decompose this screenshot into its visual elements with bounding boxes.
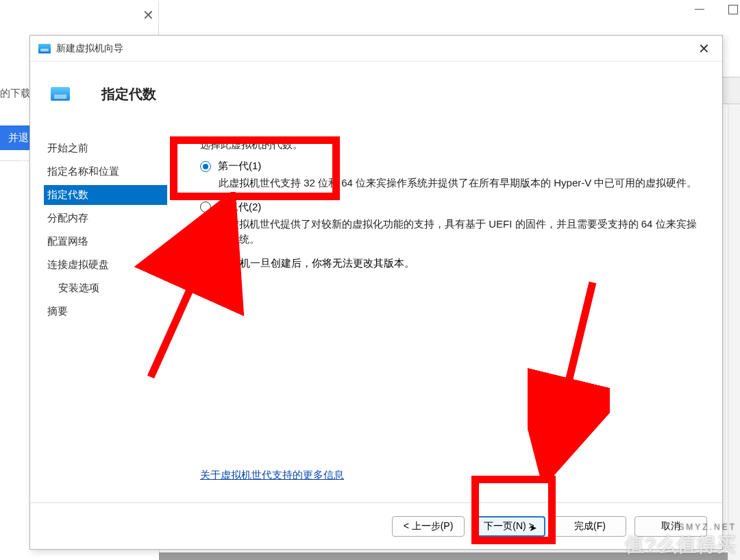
radio-gen1-desc: 此虚拟机世代支持 32 位和 64 位来宾操作系统并提供了在所有早期版本的 Hy… — [219, 175, 702, 191]
instruction-text: 选择此虚拟机的代数。 — [200, 138, 702, 151]
bg-download-label: 的下载 — [0, 87, 31, 100]
titlebar[interactable]: 新建虚拟机向导 ✕ — [30, 36, 722, 62]
wizard-header-title: 指定代数 — [101, 85, 156, 104]
wizard-icon — [38, 44, 51, 53]
cancel-button[interactable]: 取消 — [634, 516, 707, 537]
radio-gen1[interactable]: 第一代(1) 此虚拟机世代支持 32 位和 64 位来宾操作系统并提供了在所有早… — [200, 160, 702, 191]
bg-minimize-icon[interactable] — [695, 9, 704, 10]
wizard-header: 指定代数 — [30, 62, 722, 118]
bg-maximize-icon[interactable] — [728, 5, 738, 14]
wizard-title: 新建虚拟机向导 — [56, 42, 693, 55]
bg-scrollbar[interactable] — [728, 104, 740, 560]
nav-network[interactable]: 配置网络 — [44, 232, 167, 252]
nav-before-begin[interactable]: 开始之前 — [44, 138, 167, 158]
wizard-dialog: 新建虚拟机向导 ✕ 指定代数 开始之前 指定名称和位置 指定代数 分配内存 配置… — [29, 35, 723, 550]
prev-button[interactable]: < 上一步(P) — [392, 516, 465, 537]
nav-name-location[interactable]: 指定名称和位置 — [44, 162, 167, 182]
radio-gen2-label: 第二代(2) — [218, 201, 261, 214]
warning-line: 虚拟机一旦创建后，你将无法更改其版本。 — [200, 257, 702, 270]
bg-close-icon[interactable]: ✕ — [143, 7, 154, 23]
more-info-link[interactable]: 关于虚拟机世代支持的更多信息 — [200, 469, 344, 482]
wizard-footer: < 上一步(P) 下一页(N) > ➤ 完成(F) 取消 — [30, 502, 722, 549]
next-button-label: 下一页(N) > — [484, 520, 534, 533]
radio-gen2[interactable]: 第二代(2) 此虚拟机世代提供了对较新的虚拟化功能的支持，具有基于 UEFI 的… — [200, 201, 702, 247]
warning-icon — [200, 259, 211, 269]
nav-install-options[interactable]: 安装选项 — [44, 278, 167, 298]
content-area: 开始之前 指定名称和位置 指定代数 分配内存 配置网络 连接虚拟硬盘 安装选项 … — [30, 118, 722, 502]
wizard-nav: 开始之前 指定名称和位置 指定代数 分配内存 配置网络 连接虚拟硬盘 安装选项 … — [30, 118, 167, 502]
warning-text: 虚拟机一旦创建后，你将无法更改其版本。 — [219, 257, 415, 270]
bg-footer-strip — [159, 552, 728, 560]
nav-summary[interactable]: 摘要 — [44, 302, 167, 321]
bg-exit-button[interactable]: 并退出 — [0, 125, 30, 150]
radio-gen1-label: 第一代(1) — [218, 160, 261, 173]
nav-disk[interactable]: 连接虚拟硬盘 — [44, 255, 167, 275]
wizard-header-icon — [51, 87, 70, 101]
close-icon[interactable]: ✕ — [693, 40, 714, 57]
next-button[interactable]: 下一页(N) > ➤ — [473, 516, 545, 537]
nav-generation[interactable]: 指定代数 — [44, 185, 167, 205]
nav-memory[interactable]: 分配内存 — [44, 208, 167, 228]
radio-gen2-dot[interactable] — [200, 202, 211, 212]
wizard-main: 选择此虚拟机的代数。 第一代(1) 此虚拟机世代支持 32 位和 64 位来宾操… — [167, 118, 722, 502]
radio-gen2-desc: 此虚拟机世代提供了对较新的虚拟化功能的支持，具有基于 UEFI 的固件，并且需要… — [219, 217, 702, 247]
radio-gen1-dot[interactable] — [200, 161, 211, 172]
finish-button[interactable]: 完成(F) — [554, 516, 626, 537]
